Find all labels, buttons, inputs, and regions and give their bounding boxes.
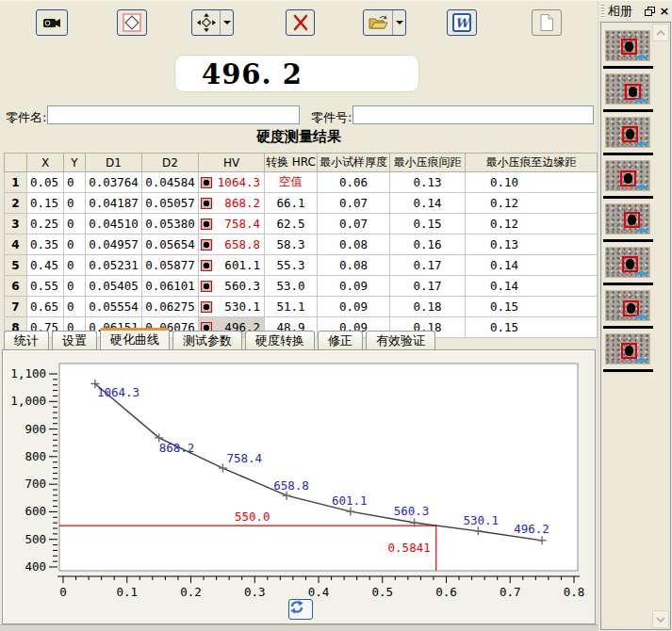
cell-y[interactable]: 0	[64, 193, 86, 214]
cell-d1[interactable]: 0.04510	[86, 214, 142, 235]
cell-min-spacing[interactable]: 0.13	[389, 172, 465, 193]
cell-hrc[interactable]: 53.0	[265, 276, 318, 297]
cell-hv[interactable]: 658.8	[199, 235, 265, 255]
cell-y[interactable]: 0	[64, 214, 86, 235]
cell-min-thickness[interactable]: 0.08	[317, 255, 389, 276]
cell-d1[interactable]: 0.05554	[86, 297, 142, 317]
tab-设置[interactable]: 设置	[52, 331, 97, 349]
tab-修正[interactable]: 修正	[318, 331, 363, 349]
album-thumbnail[interactable]	[603, 117, 653, 155]
cell-y[interactable]: 0	[64, 297, 86, 317]
row-number-cell[interactable]: 1	[5, 172, 27, 193]
cell-hv[interactable]: 601.1	[199, 255, 265, 276]
cell-min-edge-distance[interactable]: 0.12	[465, 214, 597, 235]
part-name-input[interactable]	[47, 105, 300, 124]
cell-hv[interactable]: 758.4	[199, 214, 265, 235]
album-thumbnail[interactable]	[603, 247, 653, 285]
cell-d2[interactable]: 0.05877	[142, 255, 199, 276]
cell-x[interactable]: 0.45	[27, 255, 64, 276]
row-number-cell[interactable]: 5	[5, 255, 27, 276]
move-stage-dropdown-arrow[interactable]	[220, 10, 233, 35]
cell-min-thickness[interactable]: 0.08	[317, 235, 389, 255]
cell-hrc[interactable]: 62.5	[265, 214, 318, 235]
cell-d2[interactable]: 0.05654	[142, 235, 199, 255]
tab-有效验证[interactable]: 有效验证	[366, 331, 435, 349]
cell-hv[interactable]: 1064.3	[199, 172, 265, 193]
cell-y[interactable]: 0	[64, 276, 86, 297]
move-stage-button[interactable]	[191, 9, 234, 36]
cell-hrc[interactable]: 55.3	[265, 255, 318, 276]
cell-x[interactable]: 0.65	[27, 297, 64, 317]
cell-min-spacing[interactable]: 0.17	[389, 255, 465, 276]
cell-y[interactable]: 0	[64, 172, 86, 193]
cell-hv[interactable]: 530.1	[199, 297, 265, 317]
scroll-down-button[interactable]	[652, 610, 669, 628]
close-panel-button[interactable]: ×	[658, 5, 671, 18]
cell-min-spacing[interactable]: 0.15	[389, 214, 465, 235]
cell-hv[interactable]: 560.3	[199, 276, 265, 297]
row-number-cell[interactable]: 2	[5, 193, 27, 214]
cell-min-edge-distance[interactable]: 0.15	[465, 297, 597, 317]
indenter-button[interactable]	[117, 9, 147, 36]
scroll-up-button[interactable]	[652, 24, 669, 41]
part-number-input[interactable]	[352, 105, 594, 124]
cell-y[interactable]: 0	[64, 235, 86, 255]
cell-d1[interactable]: 0.04187	[86, 193, 142, 214]
cell-x[interactable]: 0.15	[27, 193, 64, 214]
delete-button[interactable]	[286, 9, 315, 36]
cell-d1[interactable]: 0.04957	[86, 235, 142, 255]
album-thumbnail[interactable]	[603, 333, 653, 372]
cell-x[interactable]: 0.55	[27, 276, 64, 297]
cell-min-edge-distance[interactable]: 0.15	[465, 317, 597, 338]
album-thumbnail[interactable]	[603, 160, 653, 199]
tab-硬化曲线[interactable]: 硬化曲线	[100, 328, 170, 349]
cell-d2[interactable]: 0.06101	[142, 276, 199, 297]
cell-d1[interactable]: 0.03764	[86, 172, 142, 193]
cell-hrc[interactable]: 66.1	[265, 193, 318, 214]
export-word-button[interactable]: W	[447, 9, 477, 36]
new-file-button[interactable]	[532, 9, 562, 36]
cell-min-spacing[interactable]: 0.18	[389, 297, 465, 317]
cell-hrc[interactable]: 空值	[265, 172, 318, 193]
cell-hrc[interactable]: 58.3	[265, 235, 318, 255]
cell-x[interactable]: 0.25	[27, 214, 64, 235]
cell-min-spacing[interactable]: 0.17	[389, 276, 465, 297]
panel-grip-handle[interactable]	[601, 5, 604, 18]
cell-x[interactable]: 0.05	[27, 172, 64, 193]
cell-d2[interactable]: 0.05380	[142, 214, 199, 235]
tab-硬度转换[interactable]: 硬度转换	[245, 331, 315, 349]
cell-min-edge-distance[interactable]: 0.12	[465, 193, 597, 214]
row-number-cell[interactable]: 3	[5, 214, 27, 235]
cell-min-edge-distance[interactable]: 0.14	[465, 255, 597, 276]
cell-min-thickness[interactable]: 0.07	[317, 193, 389, 214]
open-file-button[interactable]	[363, 9, 406, 36]
float-panel-button[interactable]	[643, 5, 656, 18]
cell-x[interactable]: 0.35	[27, 235, 64, 255]
cell-min-thickness[interactable]: 0.07	[317, 214, 389, 235]
open-file-dropdown-arrow[interactable]	[392, 10, 405, 35]
cell-d2[interactable]: 0.05057	[142, 193, 199, 214]
row-number-cell[interactable]: 7	[5, 297, 27, 317]
row-number-cell[interactable]: 6	[5, 276, 27, 297]
cell-hv[interactable]: 868.2	[199, 193, 265, 214]
cell-y[interactable]: 0	[64, 255, 86, 276]
album-thumbnail[interactable]	[603, 203, 653, 242]
album-thumbnail[interactable]	[603, 73, 653, 112]
tab-统计[interactable]: 统计	[4, 331, 49, 349]
cell-min-thickness[interactable]: 0.06	[317, 172, 389, 193]
camera-button[interactable]	[36, 9, 68, 36]
cell-min-spacing[interactable]: 0.16	[389, 235, 465, 255]
tab-测试参数[interactable]: 测试参数	[172, 331, 242, 349]
cell-d1[interactable]: 0.05405	[86, 276, 142, 297]
refresh-chart-button[interactable]	[288, 599, 313, 620]
cell-min-spacing[interactable]: 0.14	[389, 193, 465, 214]
cell-min-edge-distance[interactable]: 0.10	[465, 172, 597, 193]
cell-min-edge-distance[interactable]: 0.14	[465, 276, 597, 297]
cell-d1[interactable]: 0.05231	[86, 255, 142, 276]
cell-min-edge-distance[interactable]: 0.13	[465, 235, 597, 255]
cell-d2[interactable]: 0.04584	[142, 172, 199, 193]
cell-d2[interactable]: 0.06275	[142, 297, 199, 317]
cell-hrc[interactable]: 51.1	[265, 297, 318, 317]
cell-min-thickness[interactable]: 0.09	[317, 297, 389, 317]
row-number-cell[interactable]: 4	[5, 235, 27, 255]
